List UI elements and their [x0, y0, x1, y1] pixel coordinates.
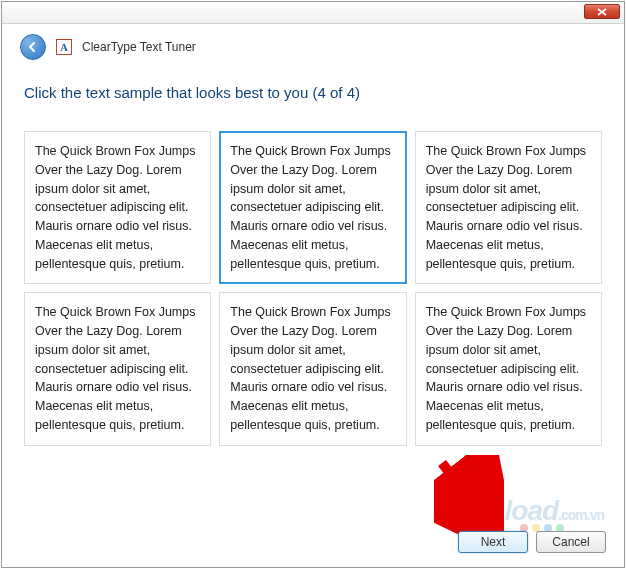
button-row: Next Cancel	[458, 531, 606, 553]
wizard-window: A ClearType Text Tuner Click the text sa…	[1, 1, 625, 568]
annotation-arrow-icon	[434, 455, 504, 535]
header-row: A ClearType Text Tuner	[2, 24, 624, 62]
text-sample-1[interactable]: The Quick Brown Fox Jumps Over the Lazy …	[24, 131, 211, 284]
sample-grid: The Quick Brown Fox Jumps Over the Lazy …	[24, 131, 602, 446]
text-sample-3[interactable]: The Quick Brown Fox Jumps Over the Lazy …	[415, 131, 602, 284]
close-button[interactable]	[584, 4, 620, 19]
back-arrow-icon	[26, 40, 40, 54]
page-heading: Click the text sample that looks best to…	[24, 84, 602, 101]
svg-line-0	[442, 463, 484, 517]
content-area: Click the text sample that looks best to…	[2, 62, 624, 446]
text-sample-6[interactable]: The Quick Brown Fox Jumps Over the Lazy …	[415, 292, 602, 445]
text-sample-2[interactable]: The Quick Brown Fox Jumps Over the Lazy …	[219, 131, 406, 284]
cancel-button[interactable]: Cancel	[536, 531, 606, 553]
window-title: ClearType Text Tuner	[82, 40, 196, 54]
next-button[interactable]: Next	[458, 531, 528, 553]
back-button[interactable]	[20, 34, 46, 60]
app-icon: A	[56, 39, 72, 55]
titlebar	[2, 2, 624, 24]
close-icon	[597, 8, 607, 16]
text-sample-4[interactable]: The Quick Brown Fox Jumps Over the Lazy …	[24, 292, 211, 445]
watermark: Download.com.vn	[432, 495, 604, 527]
text-sample-5[interactable]: The Quick Brown Fox Jumps Over the Lazy …	[219, 292, 406, 445]
